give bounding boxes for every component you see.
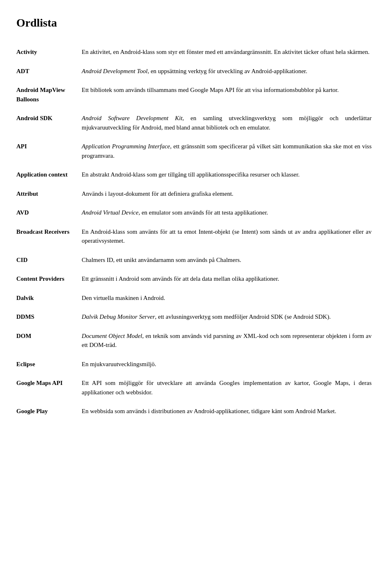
italic-term: Android Virtual Device: [82, 209, 138, 216]
term-cell: Broadcast Receivers: [16, 224, 82, 252]
definition-cell: Dalvik Debug Monitor Server, ett avlusni…: [82, 309, 372, 328]
term-cell: Eclipse: [16, 356, 82, 376]
definition-cell: Document Object Model, en teknik som anv…: [82, 328, 372, 356]
glossary-row: AttributAnvänds i layout-dokument för at…: [16, 186, 372, 205]
definition-cell: En Android-klass som använts för att ta …: [82, 224, 372, 252]
italic-term: Android Development Tool: [82, 68, 147, 74]
term-cell: AVD: [16, 205, 82, 224]
glossary-row: ADTAndroid Development Tool, en uppsättn…: [16, 63, 372, 83]
glossary-row: CIDChalmers ID, ett unikt användarnamn s…: [16, 252, 372, 271]
term-cell: Dalvik: [16, 290, 82, 309]
definition-cell: Ett gränssnitt i Android som används för…: [82, 271, 372, 290]
italic-term: Document Object Model: [82, 333, 142, 339]
term-cell: CID: [16, 252, 82, 271]
term-cell: ADT: [16, 63, 82, 83]
term-cell: Attribut: [16, 186, 82, 205]
definition-cell: En aktivitet, en Android-klass som styr …: [82, 44, 372, 63]
glossary-row: ActivityEn aktivitet, en Android-klass s…: [16, 44, 372, 63]
glossary-row: Android MapView BalloonsEtt bibliotek so…: [16, 82, 372, 110]
definition-cell: En webbsida som används i distributionen…: [82, 403, 372, 423]
glossary-row: EclipseEn mjukvaruutvecklingsmiljö.: [16, 356, 372, 376]
definition-cell: Application Programming Interface, ett g…: [82, 139, 372, 167]
glossary-row: Google Maps APIEtt API som möjliggör för…: [16, 375, 372, 403]
glossary-row: Application contextEn abstrakt Android-k…: [16, 167, 372, 186]
glossary-row: Broadcast ReceiversEn Android-klass som …: [16, 224, 372, 252]
definition-cell: Android Development Tool, en uppsättning…: [82, 63, 372, 83]
italic-term: Application Programming Interface: [82, 143, 170, 150]
glossary-row: APIApplication Programming Interface, et…: [16, 139, 372, 167]
glossary-row: DDMSDalvik Debug Monitor Server, ett avl…: [16, 309, 372, 328]
term-cell: Android SDK: [16, 110, 82, 139]
page-title: Ordlista: [16, 16, 372, 29]
glossary-row: DOMDocument Object Model, en teknik som …: [16, 328, 372, 356]
definition-cell: Android Software Development Kit, en sam…: [82, 110, 372, 139]
definition-cell: Den virtuella maskinen i Android.: [82, 290, 372, 309]
italic-term: Android Software Development Kit: [82, 115, 183, 121]
definition-cell: Används i layout-dokument för att defini…: [82, 186, 372, 205]
definition-cell: Ett bibliotek som används tillsammans me…: [82, 82, 372, 110]
glossary-row: AVDAndroid Virtual Device, en emulator s…: [16, 205, 372, 224]
term-cell: DDMS: [16, 309, 82, 328]
term-cell: Android MapView Balloons: [16, 82, 82, 110]
definition-cell: En mjukvaruutvecklingsmiljö.: [82, 356, 372, 376]
term-cell: Google Play: [16, 403, 82, 423]
definition-cell: Android Virtual Device, en emulator som …: [82, 205, 372, 224]
definition-cell: Ett API som möjliggör för utvecklare att…: [82, 375, 372, 403]
term-cell: Content Providers: [16, 271, 82, 290]
term-cell: Activity: [16, 44, 82, 63]
term-cell: Application context: [16, 167, 82, 186]
definition-cell: Chalmers ID, ett unikt användarnamn som …: [82, 252, 372, 271]
glossary-row: Google PlayEn webbsida som används i dis…: [16, 403, 372, 423]
glossary-table: ActivityEn aktivitet, en Android-klass s…: [16, 44, 372, 423]
term-cell: Google Maps API: [16, 375, 82, 403]
italic-term: Dalvik Debug Monitor Server: [82, 313, 155, 320]
definition-cell: En abstrakt Android-klass som ger tillgå…: [82, 167, 372, 186]
term-cell: DOM: [16, 328, 82, 356]
glossary-row: Content ProvidersEtt gränssnitt i Androi…: [16, 271, 372, 290]
term-cell: API: [16, 139, 82, 167]
glossary-row: Android SDKAndroid Software Development …: [16, 110, 372, 139]
glossary-row: DalvikDen virtuella maskinen i Android.: [16, 290, 372, 309]
